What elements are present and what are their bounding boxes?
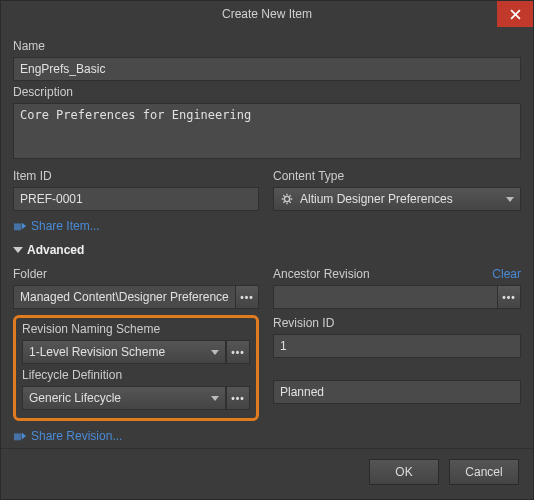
lifecycle-label: Lifecycle Definition <box>22 368 250 382</box>
share-item-label: Share Item... <box>31 219 100 233</box>
revision-id-label: Revision ID <box>273 316 521 330</box>
lifecycle-more-button[interactable]: ••• <box>226 386 250 410</box>
highlighted-group: Revision Naming Scheme 1-Level Revision … <box>13 315 259 421</box>
titlebar-title: Create New Item <box>222 7 312 21</box>
name-input[interactable] <box>13 57 521 81</box>
gear-icon <box>280 192 294 206</box>
description-label: Description <box>13 85 521 99</box>
revision-scheme-more-button[interactable]: ••• <box>226 340 250 364</box>
advanced-section: Folder ••• Ancestor Revision Clear ••• <box>13 263 521 445</box>
lifecycle-dropdown[interactable]: Generic Lifecycle <box>22 386 226 410</box>
share-icon <box>13 430 27 442</box>
clear-link[interactable]: Clear <box>492 267 521 281</box>
share-revision-link[interactable]: Share Revision... <box>13 429 122 443</box>
advanced-label: Advanced <box>27 243 84 257</box>
revision-scheme-label: Revision Naming Scheme <box>22 322 250 336</box>
item-id-label: Item ID <box>13 169 259 183</box>
lifecycle-state-display: Planned <box>273 380 521 404</box>
share-item-link[interactable]: Share Item... <box>13 219 521 233</box>
dialog-content: Name Description Item ID Content Type Al… <box>1 27 533 448</box>
ancestor-revision-label: Ancestor Revision <box>273 267 370 281</box>
item-id-input[interactable] <box>13 187 259 211</box>
folder-label: Folder <box>13 267 259 281</box>
revision-scheme-value: 1-Level Revision Scheme <box>29 345 211 359</box>
folder-browse-button[interactable]: ••• <box>235 285 259 309</box>
advanced-toggle[interactable]: Advanced <box>13 243 521 257</box>
revision-id-input[interactable] <box>273 334 521 358</box>
chevron-down-icon <box>211 396 219 401</box>
close-icon <box>510 9 521 20</box>
content-type-value: Altium Designer Preferences <box>300 192 506 206</box>
button-bar: OK Cancel <box>1 448 533 499</box>
ancestor-browse-button[interactable]: ••• <box>497 285 521 309</box>
content-type-dropdown[interactable]: Altium Designer Preferences <box>273 187 521 211</box>
close-button[interactable] <box>497 1 533 27</box>
folder-input[interactable] <box>13 285 235 309</box>
share-revision-label: Share Revision... <box>31 429 122 443</box>
lifecycle-value: Generic Lifecycle <box>29 391 211 405</box>
content-type-label: Content Type <box>273 169 521 183</box>
caret-down-icon <box>13 247 23 253</box>
ancestor-revision-input[interactable] <box>273 285 497 309</box>
chevron-down-icon <box>506 197 514 202</box>
svg-rect-1 <box>14 223 21 230</box>
svg-point-0 <box>284 196 289 201</box>
chevron-down-icon <box>211 350 219 355</box>
description-input[interactable] <box>13 103 521 159</box>
titlebar: Create New Item <box>1 1 533 27</box>
cancel-button[interactable]: Cancel <box>449 459 519 485</box>
share-icon <box>13 220 27 232</box>
revision-scheme-dropdown[interactable]: 1-Level Revision Scheme <box>22 340 226 364</box>
ok-button[interactable]: OK <box>369 459 439 485</box>
create-new-item-dialog: Create New Item Name Description Item ID… <box>0 0 534 500</box>
name-label: Name <box>13 39 521 53</box>
svg-rect-2 <box>14 433 21 440</box>
